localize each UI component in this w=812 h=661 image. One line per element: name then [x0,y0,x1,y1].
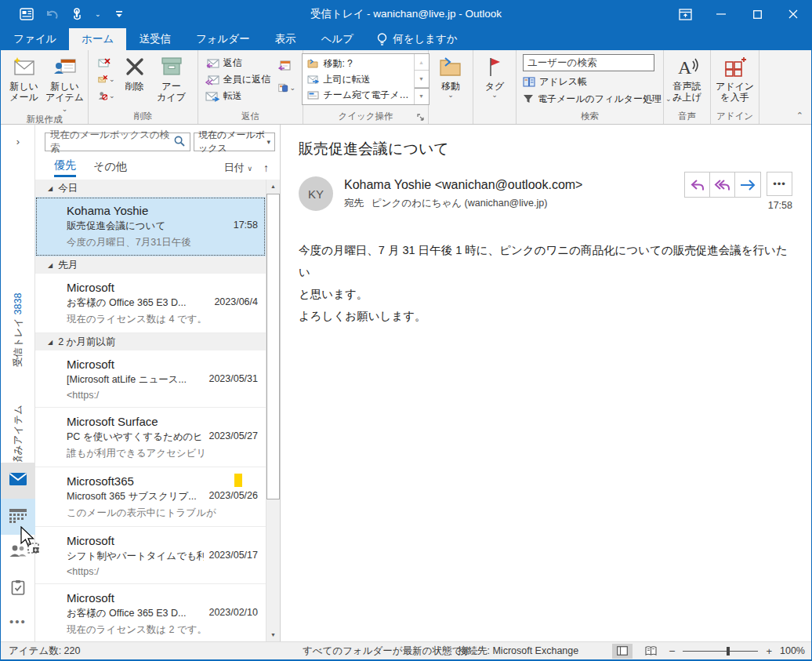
move-button[interactable]: 移動 ⌄ [431,53,470,98]
message-body: 今度の月曜日、7 月 31 日午後 1 時に、ピンクのワニの商品化についての販売… [299,239,792,327]
ellipsis-icon: ••• [9,615,27,628]
collapse-group-icon: ◢ [48,185,53,192]
avatar[interactable]: KY [299,176,333,211]
gallery-scroll-down-icon[interactable]: ▼ [415,71,429,87]
scroll-down-icon[interactable]: ▼ [266,628,280,641]
search-scope-dropdown[interactable]: 現在のメールボックス ▾ [194,133,275,151]
delete-button[interactable]: 削除 [120,53,150,92]
mail-list-item[interactable]: Microsoft お客様の Office 365 E3 D...2023/02… [35,584,266,641]
mail-list-item[interactable]: Kohama Yoshie 販売促進会議について17:58 今度の月曜日、7月3… [35,197,266,256]
chevron-down-icon: ⌄ [290,85,296,91]
expand-folder-pane-icon[interactable]: › [1,136,35,147]
tab-focused-inbox[interactable]: 優先 [54,158,76,177]
group-header-today[interactable]: ◢ 今日 [35,180,266,197]
nav-mail-button[interactable] [1,463,35,499]
yellow-flag-icon[interactable] [234,474,242,487]
filter-email-button[interactable]: 電子メールのフィルター処理 ⌄ [523,92,672,106]
quick-step-move[interactable]: 移動: ? [307,56,408,71]
get-addins-button[interactable]: アドイン を入手 [716,53,755,103]
forward-button[interactable]: 転送 [205,88,270,104]
maximize-button[interactable] [739,0,775,28]
group-header-last-month[interactable]: ◢ 先月 [35,256,266,274]
chevron-down-icon: ∨ [247,165,252,173]
ribbon: 新しい メール 新しい アイテム ⌄ 新規作成 [1,50,811,125]
tags-button[interactable]: タグ ⌄ [475,53,514,98]
address-book-button[interactable]: アドレス帳 [523,74,587,89]
touch-mode-dropdown-icon[interactable]: ⌄ [95,11,101,17]
close-button[interactable] [775,0,811,28]
undo-icon[interactable] [45,7,59,21]
dialog-launcher-icon[interactable] [416,113,426,122]
customize-qat-icon[interactable] [112,7,126,21]
svg-text:A: A [678,57,692,78]
nav-more-button[interactable]: ••• [1,607,35,635]
outlook-qat-icon[interactable] [20,7,34,21]
ribbon-display-options-icon[interactable] [667,0,703,28]
tab-home[interactable]: ホーム [69,28,126,50]
tab-help[interactable]: ヘルプ [309,28,366,50]
cleanup-button[interactable]: ⌄ [98,73,115,85]
find-user-input[interactable]: ユーザーの検索 [523,54,654,71]
tab-view[interactable]: 表示 [263,28,309,50]
tab-file[interactable]: ファイル [1,28,69,50]
flag-icon [483,55,506,78]
mail-list-item[interactable]: Microsoft [Microsoft atLife ニュース...2023/… [35,350,266,408]
mailbox-search-input[interactable]: 現在のメールボックスの検索 [45,133,190,151]
tell-me-box[interactable]: 何をしますか [366,28,469,50]
collapse-group-icon: ◢ [48,339,53,346]
mail-list-item[interactable]: Microsoft Surface PC を使いやすくするためのヒント2023/… [35,408,266,467]
sort-direction-icon[interactable]: ↑ [263,162,269,174]
archive-button[interactable]: アー カイブ [154,53,189,103]
tab-send-receive[interactable]: 送受信 [126,28,183,50]
tab-other-inbox[interactable]: その他 [93,160,127,176]
ignore-button[interactable] [98,56,115,69]
search-icon[interactable] [174,136,185,149]
meeting-button[interactable] [278,60,295,72]
gallery-expand-icon[interactable]: ▼ [415,88,429,104]
more-actions-button[interactable]: ••• [767,172,792,196]
zoom-in-button[interactable]: + [766,645,772,657]
forward-message-button[interactable] [735,173,760,197]
to-recipient[interactable]: ピンクのわにちゃん (wanichan@live.jp) [372,197,547,210]
ribbon-tab-row: ファイル ホーム 送受信 フォルダー 表示 ヘルプ 何をしますか [1,28,811,50]
lightbulb-icon [377,33,387,45]
quick-step-team-email[interactable]: チーム宛て電子メ… [307,87,408,103]
new-mail-button[interactable]: 新しい メール [5,53,44,103]
calendar-icon [9,508,27,526]
mail-list-scrollbar[interactable]: ▲ ▼ [266,180,280,641]
zoom-slider-thumb[interactable] [727,647,730,656]
new-items-button[interactable]: 新しい アイテム ⌄ [45,53,85,114]
scrollbar-thumb[interactable] [266,194,280,499]
reply-all-message-button[interactable] [710,173,735,197]
reply-message-button[interactable] [685,173,710,197]
group-header-older[interactable]: ◢ 2 か月前以前 [35,333,266,350]
outlook-window: ⌄ 受信トレイ - wanichan@live.jp - Outlook ファイ… [0,0,812,661]
ribbon-group-speech: A 音声読 み上げ 音声 [664,50,711,124]
new-items-icon [53,55,77,78]
reply-button[interactable]: 返信 [205,55,270,71]
mail-list-item[interactable]: Microsoft シフト制やパートタイムでも利...2023/05/17 <h… [35,527,266,584]
gallery-scroll-up-icon[interactable]: ▲ [415,54,429,71]
read-aloud-button[interactable]: A 音声読 み上げ [668,53,707,103]
scroll-up-icon[interactable]: ▲ [266,180,280,193]
more-respond-button[interactable]: ⌄ [278,82,295,94]
sidebar-item-inbox[interactable]: 受信トレイ 3838 [12,293,25,368]
collapse-ribbon-icon[interactable]: ⌃ [796,111,803,121]
quick-step-forward-boss[interactable]: 上司に転送 [307,71,408,87]
zoom-level[interactable]: 100% [780,645,805,656]
tab-folder[interactable]: フォルダー [183,28,263,50]
minimize-button[interactable] [703,0,739,28]
touch-mouse-mode-icon[interactable] [70,7,84,21]
zoom-slider[interactable] [683,651,758,652]
sender-address[interactable]: Kohama Yoshie <wanichan@outlook.com> [344,178,582,192]
zoom-out-button[interactable]: − [669,645,675,657]
reading-view-button[interactable] [640,644,661,659]
mail-list-item[interactable]: Microsoft お客様の Office 365 E3 D...2023/06… [35,274,266,333]
group-label-speech: 音声 [664,111,710,124]
mail-list-item[interactable]: Microsoft365 Microsoft 365 サブスクリプ...2023… [35,467,266,527]
normal-view-button[interactable] [612,644,633,659]
junk-button[interactable]: ⌄ [98,89,115,102]
reply-all-button[interactable]: 全員に返信 [205,71,270,88]
sort-by-dropdown[interactable]: 日付 ∨ [224,161,252,175]
nav-tasks-button[interactable] [1,571,35,607]
